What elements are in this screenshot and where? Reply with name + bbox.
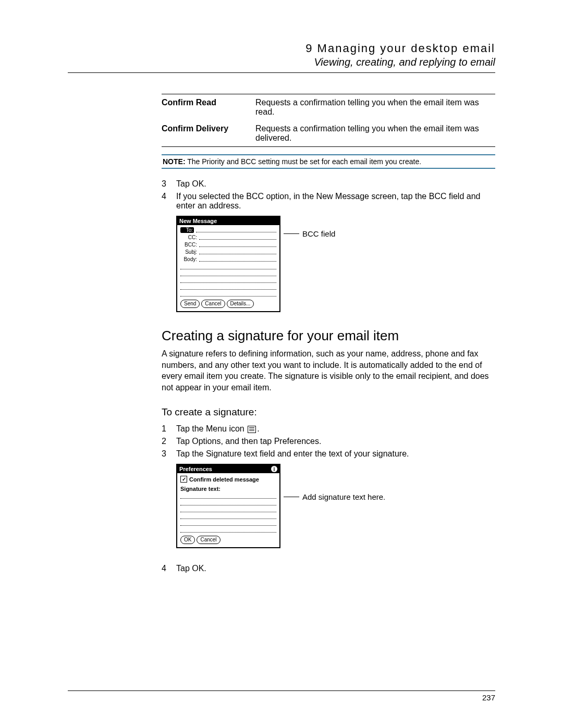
page-header: 9 Managing your desktop email Viewing, c… <box>68 42 495 68</box>
cc-field[interactable] <box>199 235 276 240</box>
figure-new-message: New Message To: CC: BCC: Subj: Body: Sen… <box>176 216 495 312</box>
step-text: Tap the Menu icon . <box>176 424 260 434</box>
step-item: 3 Tap the Signature text field and enter… <box>162 449 495 459</box>
new-message-screen: New Message To: CC: BCC: Subj: Body: Sen… <box>176 216 280 312</box>
steps-list-c: 4 Tap OK. <box>162 564 495 573</box>
checkbox-label: Confirm deleted message <box>189 476 259 483</box>
callout-label: Add signature text here. <box>302 492 385 501</box>
step-text: Tap OK. <box>176 564 206 573</box>
step-number: 4 <box>162 192 176 211</box>
subj-field[interactable] <box>199 250 276 254</box>
step-number: 4 <box>162 564 176 573</box>
step-item: 4 If you selected the BCC option, in the… <box>162 192 495 211</box>
titlebar: Preferences i <box>177 465 279 473</box>
callout-line <box>284 497 299 497</box>
step-text: Tap the Signature text field and enter t… <box>176 449 409 459</box>
screen-body: To: CC: BCC: Subj: Body: Send Cancel Det… <box>177 225 279 311</box>
steps-list-a: 3 Tap OK. 4 If you selected the BCC opti… <box>162 179 495 211</box>
signature-line[interactable] <box>180 527 276 533</box>
cc-label: CC: <box>180 235 197 240</box>
button-bar: Send Cancel Details... <box>180 300 276 308</box>
section-paragraph: A signature refers to defining informati… <box>162 348 495 393</box>
callout-line <box>284 233 299 234</box>
step-number: 3 <box>162 449 176 459</box>
chapter-title: 9 Managing your desktop email <box>68 42 495 55</box>
table-row: Confirm Delivery Requests a confirmation… <box>162 120 495 147</box>
signature-line[interactable] <box>180 513 276 519</box>
screen-body: ✓ Confirm deleted message Signature text… <box>177 473 279 547</box>
chapter-name: Managing your desktop email <box>317 42 495 55</box>
step-number: 1 <box>162 424 176 434</box>
preferences-screen: Preferences i ✓ Confirm deleted message … <box>176 464 280 548</box>
body-label: Body: <box>180 256 197 262</box>
to-label: To: <box>180 227 194 233</box>
signature-label: Signature text: <box>180 486 276 492</box>
ok-button[interactable]: OK <box>180 536 195 544</box>
cancel-button[interactable]: Cancel <box>197 536 220 544</box>
step-number: 3 <box>162 179 176 189</box>
send-button[interactable]: Send <box>180 300 200 308</box>
callout-label: BCC field <box>302 229 335 238</box>
step-item: 2 Tap Options, and then tap Preferences. <box>162 437 495 446</box>
menu-icon <box>248 426 256 433</box>
def-desc: Requests a confirmation telling you when… <box>255 94 495 121</box>
page-number: 237 <box>68 693 495 702</box>
def-term: Confirm Delivery <box>162 120 255 147</box>
body-line[interactable] <box>180 270 276 276</box>
footer-rule <box>68 690 495 691</box>
step-text: If you selected the BCC option, in the N… <box>176 192 495 211</box>
step-text-pre: Tap the Menu icon <box>176 424 247 433</box>
definition-table: Confirm Read Requests a confirmation tel… <box>162 94 495 147</box>
step-text: Tap OK. <box>176 179 206 189</box>
info-icon[interactable]: i <box>271 466 277 472</box>
body-line[interactable] <box>180 284 276 290</box>
step-item: 1 Tap the Menu icon . <box>162 424 495 434</box>
note-box: NOTE: The Priority and BCC setting must … <box>162 154 495 169</box>
step-text-post: . <box>257 424 259 433</box>
body-line[interactable] <box>180 264 276 269</box>
signature-field[interactable] <box>180 493 276 499</box>
signature-line[interactable] <box>180 507 276 512</box>
signature-line[interactable] <box>180 500 276 505</box>
checkbox-icon[interactable]: ✓ <box>180 476 187 483</box>
step-number: 2 <box>162 437 176 446</box>
step-text: Tap Options, and then tap Preferences. <box>176 437 321 446</box>
def-term: Confirm Read <box>162 94 255 121</box>
bcc-field[interactable] <box>199 242 276 247</box>
section-heading: Creating a signature for your email item <box>162 328 495 344</box>
titlebar: New Message <box>177 217 279 225</box>
body-line[interactable] <box>180 291 276 297</box>
table-row: Confirm Read Requests a confirmation tel… <box>162 94 495 121</box>
details-button[interactable]: Details... <box>227 300 254 308</box>
figure-preferences: Preferences i ✓ Confirm deleted message … <box>176 464 495 548</box>
document-page: 9 Managing your desktop email Viewing, c… <box>0 0 563 728</box>
body-line[interactable] <box>180 277 276 283</box>
section-title: Viewing, creating, and replying to email <box>68 56 495 68</box>
signature-line[interactable] <box>180 520 276 526</box>
sub-heading: To create a signature: <box>162 406 495 418</box>
bcc-label: BCC: <box>180 242 197 248</box>
window-title: New Message <box>179 218 217 224</box>
chapter-number: 9 <box>305 42 313 55</box>
cancel-button[interactable]: Cancel <box>201 300 225 308</box>
step-item: 4 Tap OK. <box>162 564 495 573</box>
note-label: NOTE: <box>163 157 186 166</box>
step-item: 3 Tap OK. <box>162 179 495 189</box>
to-field[interactable] <box>196 228 276 232</box>
subj-label: Subj: <box>180 249 197 255</box>
body-field[interactable] <box>199 257 276 262</box>
def-desc: Requests a confirmation telling you when… <box>255 120 495 147</box>
window-title: Preferences <box>179 466 212 472</box>
checkbox-row[interactable]: ✓ Confirm deleted message <box>180 476 276 483</box>
note-text: The Priority and BCC setting must be set… <box>187 157 421 166</box>
button-bar: OK Cancel <box>180 536 276 544</box>
steps-list-b: 1 Tap the Menu icon . 2 Tap Options, and… <box>162 424 495 459</box>
main-content: Confirm Read Requests a confirmation tel… <box>162 94 495 573</box>
header-rule <box>68 72 495 73</box>
